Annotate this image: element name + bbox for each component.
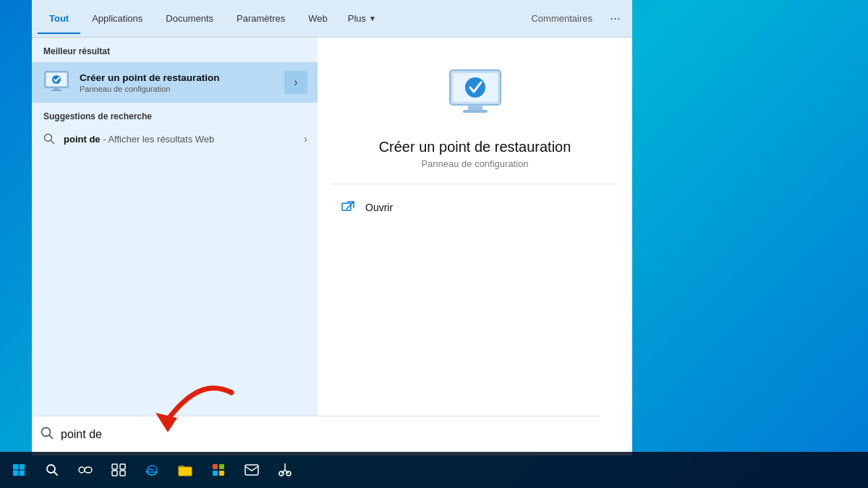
svg-rect-4: [51, 90, 61, 91]
svg-rect-11: [463, 110, 488, 113]
search-bar-area: [32, 416, 600, 452]
open-icon: [339, 199, 357, 216]
widgets-button[interactable]: [103, 454, 135, 486]
search-small-icon: [42, 132, 56, 146]
svg-line-15: [49, 435, 53, 439]
right-icon-area: [443, 67, 508, 127]
search-bar-icon: [41, 427, 54, 442]
snip-icon: [278, 463, 292, 477]
more-options-button[interactable]: ···: [604, 4, 626, 33]
svg-rect-27: [112, 471, 117, 476]
mail-icon: [244, 464, 259, 476]
suggestions-label: Suggestions de recherche: [32, 103, 318, 126]
svg-rect-28: [120, 471, 125, 476]
taskbar-search-icon: [46, 463, 59, 476]
store-icon: [211, 463, 226, 477]
widgets-icon: [111, 463, 126, 476]
tabs-bar: Tout Applications Documents Paramètres W…: [32, 0, 632, 38]
suggestion-item[interactable]: point de - Afficher les résultats Web ›: [32, 126, 318, 152]
result-text: Créer un point de restauration Panneau d…: [80, 72, 284, 93]
svg-rect-29: [179, 467, 192, 476]
svg-point-23: [79, 467, 85, 473]
red-arrow-annotation: [123, 378, 239, 446]
result-subtitle: Panneau de configuration: [80, 85, 284, 93]
svg-line-22: [54, 472, 58, 476]
result-title: Créer un point de restauration: [80, 72, 284, 83]
result-arrow-button[interactable]: ›: [284, 71, 307, 94]
edge-icon: [145, 463, 159, 477]
tab-web[interactable]: Web: [297, 3, 339, 34]
svg-rect-20: [20, 471, 25, 476]
tab-documents[interactable]: Documents: [154, 3, 225, 34]
taskbar-search-button[interactable]: [36, 454, 68, 486]
svg-rect-30: [213, 464, 218, 469]
svg-point-9: [465, 77, 485, 98]
snip-button[interactable]: [269, 454, 301, 486]
svg-rect-26: [120, 464, 125, 469]
task-view-icon: [78, 464, 93, 476]
svg-rect-3: [54, 87, 59, 90]
tab-applications[interactable]: Applications: [80, 3, 154, 34]
svg-rect-17: [13, 464, 19, 470]
control-panel-icon: [43, 70, 70, 95]
desktop: Tout Applications Documents Paramètres W…: [0, 0, 868, 488]
store-button[interactable]: [203, 454, 234, 486]
svg-line-6: [51, 141, 54, 144]
svg-rect-10: [468, 105, 482, 110]
mail-button[interactable]: [236, 454, 268, 486]
right-panel: Créer un point de restauration Panneau d…: [318, 38, 632, 455]
svg-rect-25: [112, 464, 117, 469]
file-explorer-icon: [178, 463, 192, 476]
svg-point-24: [85, 467, 92, 473]
svg-rect-31: [219, 464, 224, 469]
right-panel-subtitle: Panneau de configuration: [421, 158, 528, 169]
open-action-label: Ouvrir: [365, 202, 393, 213]
content-area: Meilleur résultat: [32, 38, 632, 455]
right-panel-icon: [443, 67, 508, 124]
svg-rect-32: [213, 471, 218, 476]
tab-tout[interactable]: Tout: [38, 3, 80, 34]
tab-commentaires[interactable]: Commentaires: [519, 3, 604, 34]
file-explorer-button[interactable]: [169, 454, 201, 486]
task-view-button[interactable]: [69, 454, 101, 486]
divider: [332, 184, 618, 184]
chevron-down-icon: ▼: [369, 14, 376, 22]
svg-rect-18: [20, 464, 25, 470]
edge-button[interactable]: [136, 454, 168, 486]
svg-rect-19: [13, 471, 19, 476]
search-panel: Tout Applications Documents Paramètres W…: [32, 0, 632, 455]
best-result-item[interactable]: Créer un point de restauration Panneau d…: [32, 62, 318, 103]
best-result-label: Meilleur résultat: [32, 38, 318, 62]
suggestion-arrow: ›: [304, 133, 307, 145]
tab-plus[interactable]: Plus ▼: [339, 3, 385, 34]
taskbar: [0, 452, 868, 488]
start-button[interactable]: [3, 454, 35, 486]
open-action[interactable]: Ouvrir: [332, 193, 618, 222]
svg-rect-33: [219, 471, 224, 476]
tab-parametres[interactable]: Paramètres: [225, 3, 297, 34]
result-icon: [42, 69, 71, 95]
suggestion-text: point de - Afficher les résultats Web: [64, 134, 214, 145]
windows-logo-icon: [12, 463, 25, 476]
svg-rect-34: [245, 465, 258, 475]
right-panel-title: Créer un point de restauration: [379, 139, 571, 155]
